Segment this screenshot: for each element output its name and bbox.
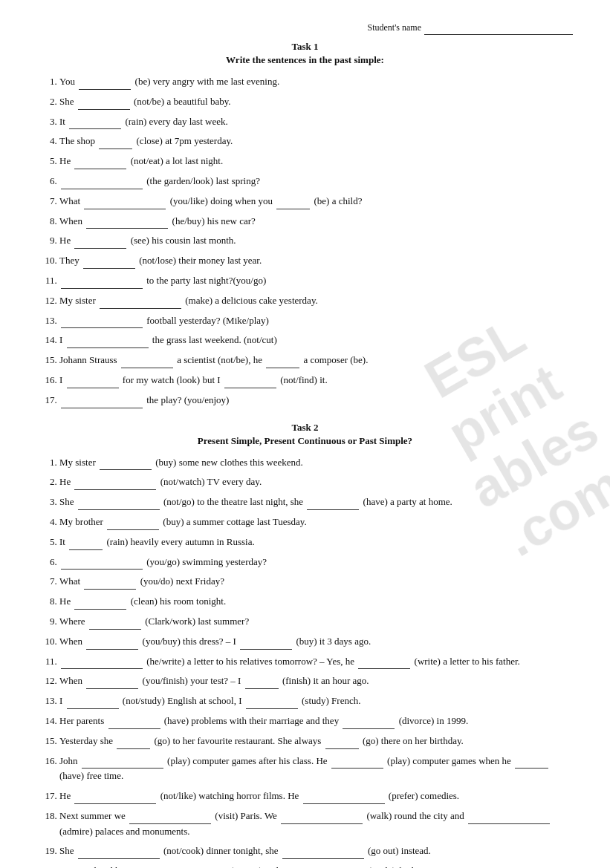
blank [78, 94, 130, 110]
blank [61, 554, 143, 570]
students-name-label: Student's name [368, 22, 422, 35]
task1-item-12: My sister (make) a delicious cake yester… [59, 293, 573, 309]
blank [74, 153, 126, 169]
blank [86, 673, 138, 689]
task2-item-17: He (not/like) watching horror films. He … [59, 788, 573, 804]
task2-item-3: She (not/go) to the theatre last night, … [59, 494, 573, 510]
blank [100, 293, 181, 309]
blank [266, 352, 299, 368]
task2-item-15: Yesterday she (go) to her favourite rest… [59, 733, 573, 749]
task1-item-1: You (be) very angry with me last evening… [59, 74, 573, 90]
blank [466, 863, 548, 868]
task1-item-7: What (you/like) doing when you (be) a ch… [59, 193, 573, 209]
blank [145, 863, 227, 868]
blank [107, 514, 159, 530]
blank [245, 673, 279, 689]
task2-item-19: She (not/cook) dinner tonight, she (go o… [59, 843, 573, 859]
task1-title: Task 1 [37, 41, 573, 53]
blank [74, 232, 126, 249]
blank [281, 808, 363, 824]
task1-item-6: (the garden/look) last spring? [59, 173, 573, 189]
blank [61, 392, 143, 408]
blank [61, 313, 143, 329]
task2-subtitle: Present Simple, Present Continuous or Pa… [37, 435, 573, 447]
task1-item-8: When (he/buy) his new car? [59, 213, 573, 229]
task1-section: Task 1 Write the sentences in the past s… [37, 41, 573, 408]
blank [67, 372, 119, 388]
task2-item-18: Next summer we (visit) Paris. We (walk) … [59, 808, 573, 840]
task2-item-1: My sister (buy) some new clothes this we… [59, 454, 573, 471]
blank [61, 273, 143, 289]
task1-item-9: He (see) his cousin last month. [59, 232, 573, 249]
blank [100, 454, 152, 471]
blank [78, 843, 160, 859]
blank [307, 494, 359, 510]
blank [69, 534, 103, 550]
task1-item-4: The shop (close) at 7pm yesterday. [59, 133, 573, 149]
blank [74, 474, 156, 490]
blank [61, 653, 143, 670]
blank [325, 733, 359, 749]
header: Student's name [37, 22, 573, 35]
blank [303, 788, 385, 804]
task1-item-16: I for my watch (look) but I (not/find) i… [59, 372, 573, 388]
blank [240, 633, 292, 650]
blank [358, 653, 410, 670]
task2-item-4: My brother (buy) a summer cottage last T… [59, 514, 573, 530]
task1-item-14: I the grass last weekend. (not/cut) [59, 332, 573, 348]
task2-item-16: John (play) computer games after his cla… [59, 753, 573, 785]
blank [67, 332, 149, 348]
task2-item-5: It (rain) heavily every autumn in Russia… [59, 534, 573, 550]
task1-item-2: She (not/be) a beautiful baby. [59, 94, 573, 110]
blank [67, 693, 119, 709]
blank [129, 808, 211, 824]
task2-title: Task 2 [37, 422, 573, 434]
blank [117, 733, 150, 749]
task2-item-11: (he/write) a letter to his relatives tom… [59, 653, 573, 670]
blank [74, 788, 156, 804]
task2-item-10: When (you/buy) this dress? – I (buy) it … [59, 633, 573, 650]
task2-item-13: I (not/study) English at school, I (stud… [59, 693, 573, 709]
task1-item-11: to the party last night?(you/go) [59, 273, 573, 289]
task2-item-12: When (you/finish) your test? – I (finish… [59, 673, 573, 689]
task2-item-20: Last weekend he just (stay in) and (stud… [59, 863, 573, 868]
task1-item-3: It (rain) every day last week. [59, 114, 573, 130]
blank [99, 133, 132, 149]
blank [89, 613, 141, 630]
blank [84, 193, 166, 209]
task2-section: Task 2 Present Simple, Present Continuou… [37, 422, 573, 868]
blank [343, 713, 395, 729]
blank [331, 753, 383, 769]
blank [121, 352, 173, 368]
task1-list: You (be) very angry with me last evening… [52, 74, 573, 408]
task1-subtitle: Write the sentences in the past simple: [37, 54, 573, 66]
task1-item-13: football yesterday? (Mike/play) [59, 313, 573, 329]
task2-item-8: He (clean) his room tonight. [59, 593, 573, 610]
blank [282, 863, 364, 868]
students-name-field [424, 22, 573, 35]
blank [83, 252, 135, 269]
task1-item-10: They (not/lose) their money last year. [59, 252, 573, 269]
blank [79, 74, 131, 90]
blank [86, 213, 168, 229]
task2-item-6: (you/go) swimming yesterday? [59, 554, 573, 570]
task2-item-9: Where (Clark/work) last summer? [59, 613, 573, 630]
blank [86, 633, 138, 650]
blank [224, 372, 276, 388]
task2-item-7: What (you/do) next Friday? [59, 573, 573, 590]
task1-item-17: the play? (you/enjoy) [59, 392, 573, 408]
blank [282, 843, 364, 859]
blank [515, 753, 548, 769]
blank [61, 173, 143, 189]
blank [108, 713, 160, 729]
blank [246, 693, 298, 709]
blank [74, 593, 126, 610]
task2-list: My sister (buy) some new clothes this we… [52, 454, 573, 868]
blank [468, 808, 550, 824]
blank [82, 753, 163, 769]
blank [84, 573, 136, 590]
task2-item-14: Her parents (have) problems with their m… [59, 713, 573, 729]
task2-item-2: He (not/watch) TV every day. [59, 474, 573, 490]
task1-item-5: He (not/eat) a lot last night. [59, 153, 573, 169]
blank [78, 494, 160, 510]
